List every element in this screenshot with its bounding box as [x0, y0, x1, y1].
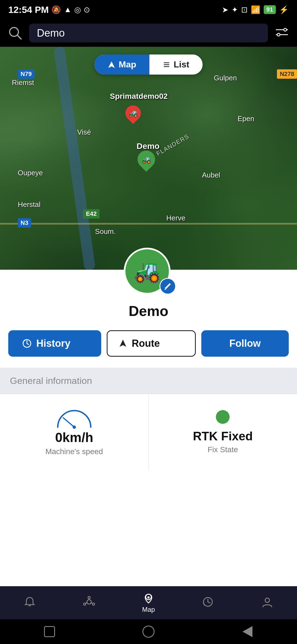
nav-item-history[interactable]: [178, 596, 238, 610]
map-badge-n3: N3: [18, 218, 31, 228]
map-toggle-label: Map: [119, 59, 136, 70]
search-bar: Demo: [0, 19, 297, 47]
bottom-nav: Map: [0, 586, 297, 619]
clock-icon: [202, 596, 214, 608]
history-icon: [22, 339, 32, 348]
svg-point-19: [88, 596, 90, 599]
map-pin-nav-icon: [142, 592, 155, 604]
follow-button[interactable]: Follow: [201, 330, 289, 357]
svg-marker-8: [108, 61, 115, 68]
route-label: Route: [132, 338, 160, 349]
follow-label: Follow: [229, 338, 261, 349]
svg-point-28: [265, 598, 270, 602]
tractor-icon-green: 🚜: [141, 155, 151, 164]
section-header: General information: [0, 368, 297, 394]
avatar-tractor-icon: 🚜: [133, 258, 161, 284]
map-marker-demo: 🚜: [137, 151, 156, 174]
speed-value: 0km/h: [55, 430, 93, 445]
map-road: [0, 223, 297, 225]
svg-point-5: [277, 33, 280, 36]
devices-icon: [83, 596, 95, 608]
map-label-oupeye: Oupeye: [18, 169, 43, 177]
map-label-riemst: Riemst: [12, 78, 34, 87]
speedometer-icon: [55, 408, 94, 430]
square-icon: [44, 626, 55, 637]
avatar-container: 🚜: [124, 248, 173, 297]
home-button[interactable]: [140, 623, 157, 640]
profile-icon: [261, 596, 273, 608]
map-label-flanders: FLANDERS: [155, 133, 190, 157]
action-buttons: History Route Follow: [8, 330, 289, 357]
map-label-vise: Visé: [77, 128, 91, 137]
location-icon: ➤: [222, 5, 228, 14]
route-arrow-icon: [119, 339, 127, 348]
map-badge-n278: N278: [277, 69, 297, 79]
svg-point-26: [147, 596, 150, 599]
map-label-soum: Soum.: [95, 227, 116, 236]
rtk-status-dot: [216, 410, 230, 424]
list-toggle-label: List: [174, 59, 189, 70]
map-river: [54, 47, 96, 271]
list-icon: [163, 61, 170, 69]
sprimatdemo-label: Sprimatdemo02: [110, 92, 168, 101]
mute-icon: 🔕: [51, 5, 61, 14]
nav-item-profile[interactable]: [238, 596, 297, 610]
bluetooth-icon: ✦: [232, 5, 238, 14]
map-badge-e42: E42: [83, 209, 99, 219]
battery-save-icon: ⊡: [241, 5, 248, 14]
history-button[interactable]: History: [8, 330, 101, 357]
search-icon: [8, 26, 22, 40]
back-triangle-icon: [243, 626, 252, 637]
nav-label-map: Map: [142, 606, 155, 613]
map-label-epen: Epen: [238, 114, 254, 123]
nav-item-devices[interactable]: [59, 596, 119, 610]
speed-label: Machine's speed: [45, 447, 103, 456]
charging-icon: ⚡: [279, 5, 289, 14]
search-icon-wrap[interactable]: [6, 23, 25, 43]
map-label-gulpen: Gulpen: [214, 74, 237, 82]
route-button[interactable]: Route: [107, 330, 196, 357]
svg-point-18: [87, 600, 91, 604]
navigation-icon: ▲: [64, 5, 72, 14]
tractor-icon-red: 🚜: [128, 109, 138, 118]
map-marker-sprimat: 🚜: [125, 105, 141, 125]
navigation-arrow-icon: [108, 61, 116, 69]
speed-card: 0km/h Machine's speed: [0, 394, 149, 470]
svg-point-20: [92, 603, 95, 605]
nav-item-notifications[interactable]: [0, 596, 59, 610]
search-input-text: Demo: [37, 27, 65, 39]
filter-icon: [275, 26, 289, 40]
map-container[interactable]: Riemst Gulpen Visé Oupeye Herstal Epen A…: [0, 47, 297, 272]
section-title: General information: [10, 375, 92, 386]
rtk-card: RTK Fixed Fix State: [149, 394, 297, 470]
map-toggle-btn[interactable]: Map: [95, 54, 150, 75]
map-view-toggle[interactable]: Map List: [95, 54, 203, 75]
avatar-edit-badge[interactable]: [160, 278, 176, 294]
recent-apps-button[interactable]: [41, 623, 58, 640]
filter-icon-wrap[interactable]: [272, 23, 292, 43]
status-icons-right: ➤ ✦ ⊡ 📶 91 ⚡: [222, 5, 289, 14]
search-input-box[interactable]: Demo: [29, 24, 268, 42]
circle-icon: ◎: [74, 5, 81, 14]
rtk-label: Fix State: [208, 445, 238, 454]
svg-marker-14: [120, 340, 126, 347]
map-label-herstal: Herstal: [18, 200, 40, 209]
rtk-value: RTK Fixed: [193, 429, 253, 443]
list-toggle-btn[interactable]: List: [150, 54, 203, 75]
map-label-herve: Herve: [166, 214, 185, 222]
system-nav-bar: [0, 619, 297, 644]
history-label: History: [36, 338, 70, 349]
svg-line-16: [63, 418, 74, 427]
map-background: Riemst Gulpen Visé Oupeye Herstal Epen A…: [0, 47, 297, 272]
back-button[interactable]: [239, 623, 256, 640]
info-cards: 0km/h Machine's speed RTK Fixed Fix Stat…: [0, 394, 297, 470]
nav-item-map[interactable]: Map: [119, 592, 178, 613]
status-time: 12:54 PM: [8, 4, 49, 15]
status-icons-left: 🔕 ▲ ◎ ⊙: [51, 5, 90, 14]
svg-line-1: [17, 35, 21, 39]
status-bar: 12:54 PM 🔕 ▲ ◎ ⊙ ➤ ✦ ⊡ 📶 91 ⚡: [0, 0, 297, 19]
edit-icon: [164, 282, 172, 290]
circle-home-icon: [142, 626, 155, 638]
battery-percent: 91: [264, 5, 276, 14]
target-icon: ⊙: [84, 5, 90, 14]
